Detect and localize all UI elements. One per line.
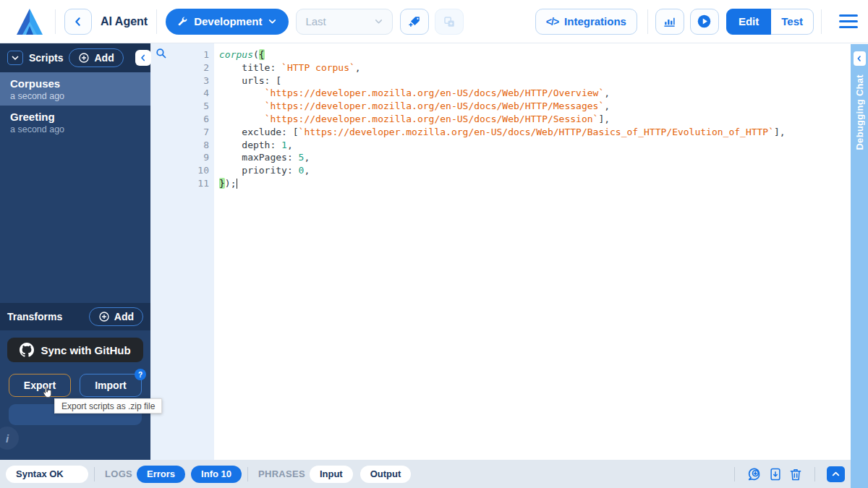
code-line[interactable]: depth: 1, <box>219 139 851 152</box>
environment-button[interactable]: Development <box>166 9 289 35</box>
script-timestamp: a second ago <box>10 91 140 101</box>
scripts-collapse-toggle[interactable] <box>7 51 23 65</box>
debug-chat-panel-tab[interactable]: Debugging Chat <box>851 44 868 488</box>
line-number: 2 <box>197 61 209 74</box>
download-logs-button[interactable] <box>768 467 783 481</box>
debug-chat-label: Debugging Chat <box>854 74 865 150</box>
chevron-down-icon <box>374 17 383 26</box>
plus-circle-icon <box>78 52 90 64</box>
output-phrases-pill[interactable]: Output <box>360 466 412 483</box>
chevron-down-icon <box>11 53 20 62</box>
environment-label: Development <box>194 15 262 27</box>
divider <box>247 467 248 481</box>
info-filter-pill[interactable]: Info 10 <box>191 466 242 483</box>
chevron-left-icon <box>72 16 84 27</box>
code-line[interactable]: exclude: [`https://developer.mozilla.org… <box>219 126 851 139</box>
script-item-corpuses[interactable]: Corpuses a second ago <box>0 72 150 106</box>
info-icon[interactable]: i <box>0 427 19 450</box>
line-number: 11 <box>197 177 209 190</box>
menu-button[interactable] <box>839 14 858 28</box>
bar-chart-icon <box>663 14 676 28</box>
editor-gutter: 1234567891011 <box>150 43 214 460</box>
plus-circle-icon <box>98 311 110 322</box>
code-line[interactable]: }); <box>219 177 851 190</box>
import-label: Import <box>95 380 127 391</box>
chevron-left-icon <box>139 53 148 62</box>
sync-github-button[interactable]: Sync with GitHub <box>7 338 143 362</box>
add-transform-button[interactable]: Add <box>89 307 143 326</box>
line-number: 6 <box>197 113 209 126</box>
code-line[interactable]: `https://developer.mozilla.org/en-US/doc… <box>219 87 851 100</box>
export-button[interactable]: Export <box>9 374 71 397</box>
app-logo[interactable] <box>13 7 46 36</box>
line-number: 9 <box>197 151 209 164</box>
code-lines: corpus({ title: `HTTP corpus`, urls: [ `… <box>219 48 851 190</box>
sidebar: Scripts Add Corpuses a second ago Greeti… <box>0 43 150 460</box>
github-icon <box>20 343 34 357</box>
page-title: AI Agent <box>101 15 148 28</box>
download-conversation-button[interactable] <box>746 466 762 482</box>
line-number: 8 <box>197 139 209 152</box>
code-editor[interactable]: corpus({ title: `HTTP corpus`, urls: [ `… <box>214 43 851 460</box>
clear-logs-button[interactable] <box>788 467 803 481</box>
sidebar-collapse-button[interactable] <box>135 50 151 66</box>
input-phrases-pill[interactable]: Input <box>310 466 353 483</box>
divider <box>647 9 648 34</box>
chat-download-icon <box>746 466 762 482</box>
wrench-icon <box>177 16 188 27</box>
statusbar: Syntax OK LOGS Errors Info 10 PHRASES In… <box>0 460 851 488</box>
chevron-down-icon <box>268 17 277 26</box>
divider <box>821 9 822 34</box>
version-dropdown-value: Last <box>305 15 326 27</box>
line-number: 3 <box>197 74 209 87</box>
text-cursor <box>237 179 237 189</box>
import-button[interactable]: Import ? <box>80 374 142 397</box>
script-item-greeting[interactable]: Greeting a second ago <box>0 106 150 139</box>
code-line[interactable]: title: `HTTP corpus`, <box>219 61 851 74</box>
line-number: 4 <box>197 87 209 100</box>
phrases-label: PHRASES <box>258 468 305 479</box>
add-tag-button[interactable] <box>400 9 429 35</box>
add-script-button[interactable]: Add <box>69 48 123 67</box>
script-name: Greeting <box>10 111 140 123</box>
line-number: 1 <box>197 48 209 61</box>
add-transform-label: Add <box>114 311 134 322</box>
edit-tab[interactable]: Edit <box>726 9 771 35</box>
version-dropdown[interactable]: Last <box>296 9 393 35</box>
divider <box>156 9 157 34</box>
hamburger-icon <box>839 14 858 17</box>
scripts-header-label: Scripts <box>29 52 63 64</box>
play-icon <box>697 14 712 29</box>
test-tab[interactable]: Test <box>771 9 814 35</box>
code-line[interactable]: corpus({ <box>219 48 851 61</box>
mode-toggle: Edit Test <box>726 9 814 35</box>
run-button[interactable] <box>690 9 719 35</box>
divider <box>734 467 735 481</box>
export-tooltip: Export scripts as .zip file <box>54 398 162 414</box>
debug-collapse-button[interactable] <box>854 51 866 66</box>
integrations-button[interactable]: </> Integrations <box>535 9 637 35</box>
sync-github-label: Sync with GitHub <box>41 344 130 356</box>
divider <box>55 9 56 34</box>
code-line[interactable]: urls: [ <box>219 74 851 87</box>
code-line[interactable]: priority: 0, <box>219 164 851 177</box>
topbar: AI Agent Development Last </> Integratio… <box>0 0 868 43</box>
script-timestamp: a second ago <box>10 124 140 134</box>
divider <box>94 467 95 481</box>
back-button[interactable] <box>64 9 92 35</box>
expand-panel-button[interactable] <box>827 466 845 482</box>
code-line[interactable]: `https://developer.mozilla.org/en-US/doc… <box>219 113 851 126</box>
search-icon[interactable] <box>155 47 167 59</box>
divider <box>814 467 815 481</box>
transforms-header-label: Transforms <box>7 311 62 322</box>
code-line[interactable]: maxPages: 5, <box>219 151 851 164</box>
import-help-badge[interactable]: ? <box>135 369 146 380</box>
code-line[interactable]: `https://developer.mozilla.org/en-US/doc… <box>219 100 851 113</box>
duplicate-icon <box>443 15 456 28</box>
syntax-status-badge: Syntax OK <box>6 466 88 483</box>
trash-icon <box>788 467 803 481</box>
errors-filter-pill[interactable]: Errors <box>137 466 185 483</box>
line-numbers: 1234567891011 <box>197 48 209 190</box>
analytics-button[interactable] <box>655 9 684 35</box>
logs-label: LOGS <box>105 468 132 479</box>
